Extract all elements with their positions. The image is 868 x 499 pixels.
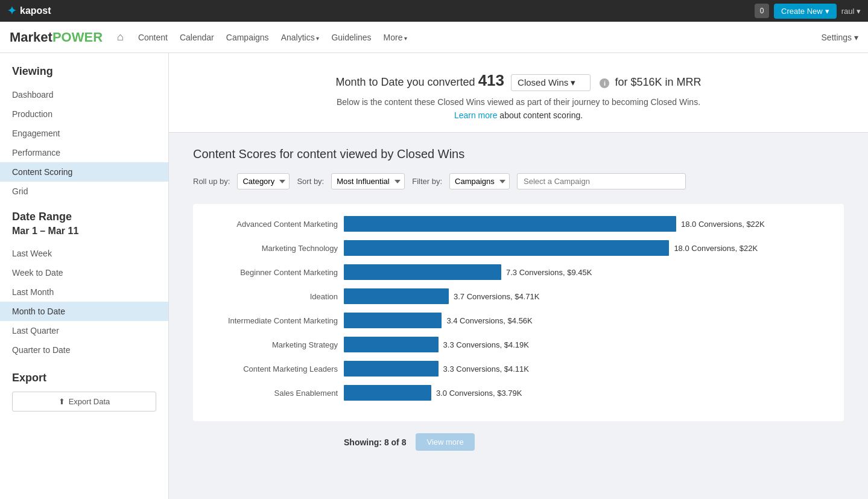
closed-wins-dropdown[interactable]: Closed Wins ▾ <box>511 74 591 91</box>
table-row: Content Marketing Leaders3.3 Conversions… <box>193 361 826 377</box>
sidebar-item-last-month[interactable]: Last Month <box>0 282 168 302</box>
bar-value: 3.3 Conversions, $4.19K <box>443 340 529 349</box>
sidebar-item-quarter-to-date[interactable]: Quarter to Date <box>0 340 168 360</box>
controls-row: Roll up by: Category Sort by: Most Influ… <box>193 173 844 189</box>
sidebar-item-performance[interactable]: Performance <box>0 143 168 162</box>
sidebar-item-last-week[interactable]: Last Week <box>0 244 168 263</box>
sort-select[interactable]: Most Influential <box>331 173 405 189</box>
info-icon: i <box>600 78 609 88</box>
sidebar-item-production[interactable]: Production <box>0 104 168 124</box>
table-row: Marketing Strategy3.3 Conversions, $4.19… <box>193 337 826 352</box>
sidebar-item-week-to-date[interactable]: Week to Date <box>0 263 168 282</box>
bar-track: 3.0 Conversions, $3.79K <box>344 385 826 401</box>
sidebar-item-dashboard[interactable]: Dashboard <box>0 85 168 104</box>
bar-value: 3.3 Conversions, $4.11K <box>443 364 529 373</box>
export-title: Export <box>12 372 156 384</box>
bar-value: 3.4 Conversions, $4.56K <box>446 316 532 325</box>
bar-value: 18.0 Conversions, $22K <box>681 220 765 229</box>
nav-more[interactable]: More <box>384 33 408 42</box>
table-row: Beginner Content Marketing7.3 Conversion… <box>193 264 826 280</box>
kapost-star-icon: ✦ <box>7 4 16 17</box>
bar-track: 3.7 Conversions, $4.71K <box>344 288 826 304</box>
sidebar-item-engagement[interactable]: Engagement <box>0 124 168 143</box>
top-bar: ✦ kapost 0 Create New ▾ raul ▾ <box>0 0 868 22</box>
nav-links: Content Calendar Campaigns Analytics Gui… <box>138 33 407 42</box>
layout: Viewing Dashboard Production Engagement … <box>0 53 868 499</box>
nav-analytics[interactable]: Analytics <box>281 33 320 42</box>
bar-label: Ideation <box>193 292 338 301</box>
bar-label: Advanced Content Marketing <box>193 220 338 229</box>
home-icon[interactable]: ⌂ <box>117 31 124 43</box>
kapost-wordmark: kapost <box>20 5 51 16</box>
rollup-select[interactable]: Category <box>237 173 290 189</box>
notification-badge[interactable]: 0 <box>755 4 769 18</box>
main-content: Month to Date you converted 413 Closed W… <box>169 53 868 499</box>
bar-label: Marketing Technology <box>193 244 338 253</box>
bar-fill <box>344 240 669 256</box>
nav-guidelines[interactable]: Guidelines <box>331 33 371 42</box>
brand-market: Market <box>10 30 52 45</box>
sidebar: Viewing Dashboard Production Engagement … <box>0 53 169 499</box>
sidebar-item-month-to-date[interactable]: Month to Date <box>0 302 168 321</box>
hero-line3: Learn more about content scoring. <box>193 110 844 120</box>
view-more-button[interactable]: View more <box>416 433 474 451</box>
settings-menu[interactable]: Settings ▾ <box>822 33 858 42</box>
filter-label: Filter by: <box>412 177 442 186</box>
nav-campaigns[interactable]: Campaigns <box>226 33 269 42</box>
bar-value: 7.3 Conversions, $9.45K <box>506 268 592 277</box>
table-row: Ideation3.7 Conversions, $4.71K <box>193 288 826 304</box>
hero-number: 413 <box>478 71 504 89</box>
hero-line1: Month to Date you converted 413 Closed W… <box>193 71 844 91</box>
export-icon: ⬆ <box>59 397 65 406</box>
bar-fill <box>344 313 442 328</box>
export-section: Export ⬆ Export Data <box>0 360 168 424</box>
bar-fill <box>344 337 439 352</box>
brand-logo: MarketPOWER <box>10 30 103 45</box>
table-row: Advanced Content Marketing18.0 Conversio… <box>193 216 826 232</box>
date-range-title: Date Range <box>0 201 168 226</box>
main-nav: MarketPOWER ⌂ Content Calendar Campaigns… <box>0 22 868 53</box>
bar-label: Marketing Strategy <box>193 340 338 349</box>
bar-fill <box>344 288 449 304</box>
chart-title: Content Scores for content viewed by Clo… <box>193 147 844 161</box>
sidebar-item-last-quarter[interactable]: Last Quarter <box>0 321 168 340</box>
viewing-title: Viewing <box>0 65 168 85</box>
nav-content[interactable]: Content <box>138 33 168 42</box>
bar-value: 18.0 Conversions, $22K <box>674 244 758 253</box>
bar-track: 18.0 Conversions, $22K <box>344 240 826 256</box>
table-row: Marketing Technology18.0 Conversions, $2… <box>193 240 826 256</box>
dropdown-arrow-icon: ▾ <box>825 7 829 16</box>
hero-line2: Below is the content these Closed Wins v… <box>193 97 844 107</box>
bar-fill <box>344 385 431 401</box>
hero-section: Month to Date you converted 413 Closed W… <box>169 53 868 133</box>
nav-calendar[interactable]: Calendar <box>180 33 214 42</box>
campaign-input[interactable] <box>517 173 686 189</box>
bar-label: Sales Enablement <box>193 389 338 398</box>
bar-label: Content Marketing Leaders <box>193 364 338 373</box>
date-range-value: Mar 1 – Mar 11 <box>0 226 168 244</box>
top-bar-right: 0 Create New ▾ raul ▾ <box>755 4 861 19</box>
chart-footer: Showing: 8 of 8 View more <box>193 433 844 451</box>
create-new-button[interactable]: Create New ▾ <box>774 4 837 19</box>
bar-track: 3.3 Conversions, $4.11K <box>344 361 826 377</box>
top-bar-left: ✦ kapost <box>7 4 51 17</box>
table-row: Sales Enablement3.0 Conversions, $3.79K <box>193 385 826 401</box>
rollup-label: Roll up by: <box>193 177 230 186</box>
brand-power: POWER <box>52 30 103 45</box>
bar-fill <box>344 264 501 280</box>
filter-select[interactable]: Campaigns <box>449 173 510 189</box>
bar-label: Intermediate Content Marketing <box>193 316 338 325</box>
bar-fill <box>344 361 439 377</box>
learn-more-link[interactable]: Learn more <box>454 110 498 120</box>
chart-section: Content Scores for content viewed by Clo… <box>169 133 868 465</box>
bar-track: 3.3 Conversions, $4.19K <box>344 337 826 352</box>
bar-track: 3.4 Conversions, $4.56K <box>344 313 826 328</box>
bar-fill <box>344 216 676 232</box>
export-button[interactable]: ⬆ Export Data <box>12 392 156 412</box>
sidebar-item-grid[interactable]: Grid <box>0 182 168 201</box>
sidebar-item-content-scoring[interactable]: Content Scoring <box>0 162 168 182</box>
bar-value: 3.0 Conversions, $3.79K <box>436 389 522 398</box>
sort-label: Sort by: <box>297 177 324 186</box>
kapost-logo: ✦ kapost <box>7 4 51 17</box>
user-menu[interactable]: raul ▾ <box>841 7 861 16</box>
